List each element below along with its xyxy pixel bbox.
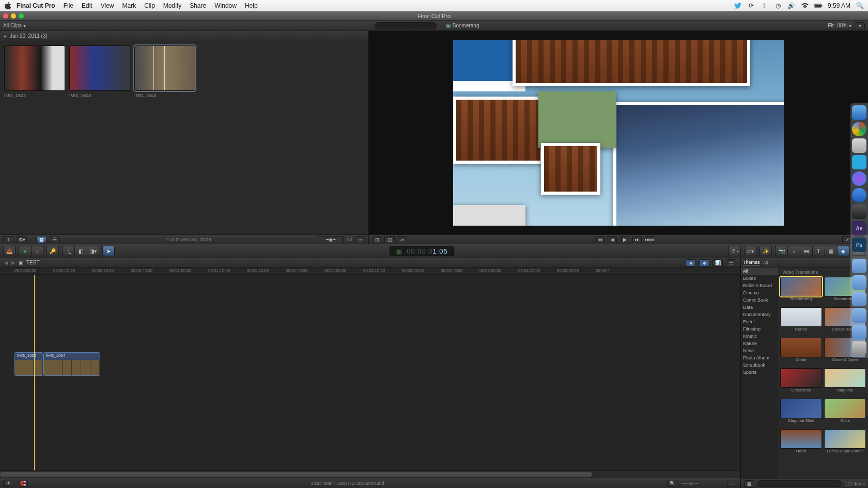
clip-appearance-button[interactable]: ⎓ [355,236,365,243]
enhance-button[interactable]: ✨ [760,246,772,256]
keyword-button[interactable]: 🔑 [47,246,59,256]
generators-browser-button[interactable]: ▦ [825,246,837,256]
timeline-clip-button[interactable]: ◆ [699,259,709,266]
timeline-clip[interactable]: IMG_1602 [14,352,43,376]
zoom-window-button[interactable] [19,13,24,19]
import-button[interactable]: ⤵ [3,236,13,243]
themes-all-tab[interactable]: All [763,260,768,265]
timemachine-icon[interactable]: ◷ [774,2,782,10]
volume-icon[interactable]: 🔊 [787,2,796,10]
distort-button[interactable]: ▱ [397,236,407,243]
timeline-clip[interactable]: IMG_1604 [43,352,100,376]
close-window-button[interactable] [3,13,8,19]
viewer-settings-button[interactable]: ▾ [855,22,865,29]
event-header[interactable]: ▸ Jun 20, 2011 (3) [0,31,368,41]
effects-search-input[interactable] [757,480,842,487]
themes-browser-button[interactable]: ◈ [837,246,849,256]
effects-item[interactable]: Diagonal Slide [780,399,822,427]
playhead[interactable] [34,275,35,470]
disclosure-triangle-icon[interactable]: ▸ [4,33,7,39]
effects-category-item[interactable]: Data [741,304,778,311]
favorite-button[interactable]: ★ [19,246,31,256]
effects-item[interactable]: Heart [780,429,822,458]
dock-appstore-icon[interactable] [852,188,866,202]
timeline-history-fwd-icon[interactable]: ▶ [11,260,16,265]
dock-folder-icon[interactable] [852,292,866,306]
clip-item[interactable]: IMG_1603 [69,45,130,98]
filmstrip-view-button[interactable]: ▦ [36,236,47,243]
sync-icon[interactable]: ⟳ [747,2,755,10]
snapping-button[interactable]: 🧲 [18,480,28,487]
browser-filter-dropdown[interactable]: All Clips ▾ [3,23,26,28]
timeline-ruler[interactable]: 00:00:00:0000:00:15:0000:00:30:0000:00:4… [0,267,740,275]
effects-category-item[interactable]: News [741,347,778,354]
zoom-out-icon[interactable]: 🔍 [667,480,677,487]
menu-help[interactable]: Help [245,2,258,9]
menu-share[interactable]: Share [190,2,206,9]
dock-folder-icon[interactable] [852,275,866,290]
menu-modify[interactable]: Modify [163,2,181,9]
zoom-slider[interactable]: ━◉━ [318,236,344,243]
import-media-button[interactable]: 📥 [3,246,16,256]
play-backward-button[interactable]: ◀ [608,236,617,243]
effects-category-item[interactable]: Documentary [741,311,778,318]
battery-icon[interactable] [814,2,823,10]
timeline-settings-button[interactable]: ☰ [726,259,736,266]
dock-folder-icon[interactable] [852,325,866,339]
effects-item[interactable]: Diagonal [824,368,866,397]
timeline-zoom-slider[interactable]: ━━━◉━━ [681,481,723,486]
insert-button[interactable]: ◧ [74,246,87,256]
browser-search-input[interactable] [375,22,437,29]
retiming-button[interactable]: ⏱▾ [729,246,741,256]
prev-edit-button[interactable]: ⏮ [595,236,605,243]
effects-category-item[interactable]: Sports [741,369,778,376]
connect-button[interactable]: ⎿ [62,246,74,256]
minimize-window-button[interactable] [11,13,16,19]
transitions-browser-button[interactable]: ⧓ [800,246,812,256]
effects-item[interactable]: Circle [780,338,822,366]
effects-category-item[interactable]: Bulletin Board [741,282,778,289]
viewer-fit-dropdown[interactable]: 88% ▾ [837,23,851,28]
effects-item[interactable]: Left to Right Corner [824,429,866,458]
effects-category-item[interactable]: Event [741,318,778,325]
effects-item[interactable]: Boomerang [780,277,822,305]
clip-appearance-button[interactable]: ⎓ [727,480,737,487]
spotlight-icon[interactable]: 🔍 [856,2,864,10]
skimming-button[interactable]: 👁 [3,480,13,487]
dock-chrome-icon[interactable] [852,122,866,136]
wifi-icon[interactable] [801,2,809,10]
effects-new-button[interactable]: ▦ [744,480,754,487]
dock-itunes-icon[interactable] [852,171,866,186]
effects-category-item[interactable]: Boxes [741,275,778,282]
clip-menu-button[interactable]: ▭▾ [744,246,756,256]
audio-meter-icon[interactable]: 📊 [712,259,723,266]
menubar-clock[interactable]: 9:59 AM [828,2,850,9]
append-button[interactable]: ◨▾ [87,246,99,256]
twitter-icon[interactable] [734,2,742,10]
effects-item[interactable]: Glide [824,399,866,427]
list-view-button[interactable]: ☰ [50,236,60,243]
titles-browser-button[interactable]: T [812,246,825,256]
effects-category-item[interactable]: Comic Book [741,296,778,304]
menu-file[interactable]: File [64,2,73,9]
clip-item[interactable]: IMG_1602 [4,45,65,98]
effects-category-item[interactable]: Photo Album [741,354,778,361]
menu-view[interactable]: View [101,2,114,9]
timeline-history-back-icon[interactable]: ◀ [4,260,8,265]
effects-category-item[interactable]: Kinetic [741,333,778,340]
dock-aftereffects-icon[interactable]: Ae [852,221,866,235]
photos-browser-button[interactable]: 📷 [775,246,787,256]
effects-category-item[interactable]: Filmstrip [741,325,778,333]
dock-preview-icon[interactable] [852,138,866,153]
timeline-horizontal-scrollbar[interactable] [0,470,740,478]
dock-photoshop-icon[interactable]: Ps [852,238,866,252]
menu-clip[interactable]: Clip [144,2,155,9]
play-button[interactable]: ▶ [620,236,629,243]
effects-item[interactable]: Center [780,307,822,336]
effects-category-item[interactable]: All [741,267,778,275]
dock-fcp-icon[interactable] [852,204,866,219]
crop-button[interactable]: ◫ [384,236,395,243]
effects-category-item[interactable]: Nature [741,340,778,347]
effects-item[interactable]: Crisscross [780,368,822,397]
browser-settings-button[interactable]: ⚙▾ [17,236,27,243]
